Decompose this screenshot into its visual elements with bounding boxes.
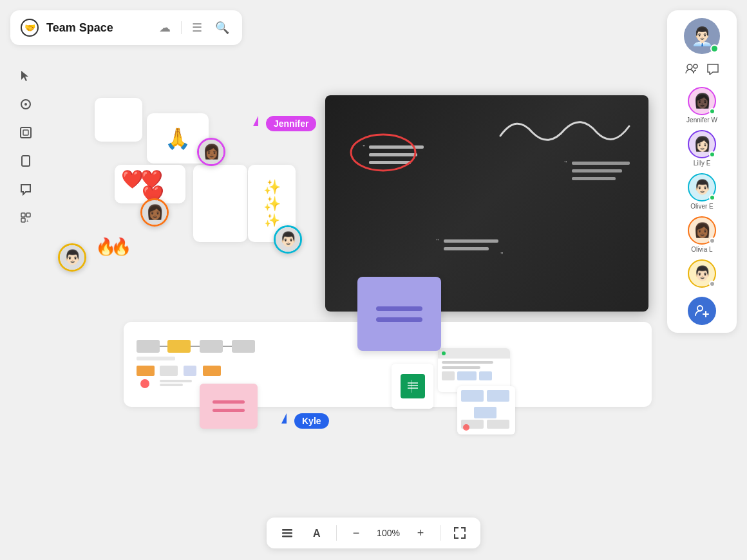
avatar-item-oliver[interactable]: 👨🏻 Oliver E <box>672 173 732 210</box>
svg-rect-41 <box>408 387 418 389</box>
panel-icons-row <box>685 63 719 78</box>
expand-button[interactable] <box>449 523 470 543</box>
comment-tool[interactable] <box>14 178 37 201</box>
sticky-purple-line-2 <box>376 317 422 322</box>
sticky-pink <box>200 384 258 429</box>
frame-line-1 <box>442 361 493 364</box>
diagram-svg <box>461 390 511 431</box>
last-avatar-wrapper: 👨🏻 <box>688 259 716 288</box>
sheets-icon <box>401 374 425 398</box>
svg-rect-56 <box>282 536 292 537</box>
add-member-button[interactable] <box>688 297 716 325</box>
svg-rect-21 <box>572 169 622 173</box>
kyle-cursor-label: Kyle <box>294 413 329 429</box>
team-icon[interactable] <box>685 63 699 78</box>
svg-rect-39 <box>408 382 418 384</box>
svg-rect-26 <box>232 340 255 353</box>
avatar-face-oliver: 👨🏻 <box>276 227 300 252</box>
zoom-level: 100% <box>375 528 401 538</box>
svg-rect-8 <box>21 218 25 222</box>
lilly-online-dot <box>709 151 715 158</box>
svg-rect-44 <box>487 390 509 402</box>
svg-rect-20 <box>572 162 630 165</box>
lilly-avatar-wrapper: 👩🏻 <box>688 130 716 158</box>
flow-diagram-svg <box>135 333 261 388</box>
zoom-out-button[interactable]: − <box>346 523 366 543</box>
main-user-avatar-container: 👨🏻‍💼 <box>684 18 720 54</box>
last-offline-dot <box>709 281 715 287</box>
cloud-icon[interactable]: ☁ <box>156 18 173 37</box>
svg-rect-16 <box>444 239 498 243</box>
add-tool[interactable]: + <box>14 206 37 229</box>
chalk-lines-2: " " <box>435 234 509 266</box>
svg-rect-7 <box>26 213 30 217</box>
chalk-lines-3: " <box>563 156 637 189</box>
chalk-squiggle <box>494 107 636 149</box>
svg-text:": " <box>500 250 504 258</box>
svg-point-14 <box>351 135 415 171</box>
sparkle-icon-3: ✨ <box>264 212 280 228</box>
canvas-area[interactable]: 🙏 👩🏾 ❤️ ❤️ ❤️ 🔥 🔥 👨🏻 👩🏾 👨🏻 ✨ ✨ ✨ " <box>0 0 663 560</box>
sticky-pink-line-1 <box>213 400 245 404</box>
zoom-in-button[interactable]: + <box>410 523 431 543</box>
text-button[interactable]: A <box>307 523 327 543</box>
svg-rect-5 <box>22 156 30 166</box>
svg-marker-0 <box>21 71 28 81</box>
olivia-avatar-wrapper: 👩🏾 <box>688 216 716 245</box>
minus-icon: − <box>353 527 360 540</box>
avatar-face-kyle: 👨🏻 <box>60 245 84 270</box>
svg-rect-34 <box>137 357 175 360</box>
chat-icon[interactable] <box>706 63 719 78</box>
frame-mini-box-3 <box>479 371 492 380</box>
jennifer-avatar-wrapper: 👩🏿 <box>688 87 716 115</box>
frame-header <box>438 348 510 359</box>
avatar-item-jennifer[interactable]: 👩🏿 Jennifer W <box>672 87 732 124</box>
reaction-fire-2: 🔥 <box>111 237 131 257</box>
topbar: 🤝 Team Space ☁ ☰ 🔍 <box>10 10 242 45</box>
frame-mini-elements <box>442 371 506 380</box>
frame-tool[interactable] <box>14 121 37 144</box>
cursor-tool[interactable] <box>14 64 37 88</box>
sparkle-icon-2: ✨ <box>263 196 281 212</box>
avatar-item-olivia[interactable]: 👩🏾 Olivia L <box>672 216 732 253</box>
diagram-card <box>457 386 515 434</box>
canvas-avatar-oliver: 👨🏻 <box>274 225 302 254</box>
page-tool[interactable] <box>14 149 37 173</box>
topbar-divider <box>181 21 182 34</box>
frame-line-2 <box>442 366 480 369</box>
chalk-circle <box>348 131 418 174</box>
blank-card-1 <box>193 165 247 242</box>
sheets-svg <box>405 378 421 394</box>
flow-diagram <box>135 333 261 388</box>
svg-point-48 <box>463 424 469 431</box>
sticky-purple <box>357 277 441 351</box>
jennifer-cursor-label: Jennifer <box>266 116 316 131</box>
avatar-item-last[interactable]: 👨🏻 <box>672 259 732 288</box>
sparkle-icon-1: ✨ <box>263 179 281 196</box>
search-icon[interactable]: 🔍 <box>213 18 232 37</box>
app-title: Team Space <box>46 21 149 35</box>
olivia-offline-dot <box>709 238 715 244</box>
select-tool[interactable] <box>14 93 37 116</box>
svg-point-51 <box>697 306 703 311</box>
bottom-toolbar: A − 100% + <box>267 518 480 548</box>
jennifer-online-dot <box>709 108 715 115</box>
oliver-online-dot <box>709 194 715 201</box>
sticky-pink-line-2 <box>213 409 245 412</box>
canvas-avatar-olivia: 👩🏾 <box>140 198 169 227</box>
list-view-button[interactable] <box>277 523 298 543</box>
list-icon <box>281 527 294 539</box>
menu-icon[interactable]: ☰ <box>189 18 205 37</box>
jennifer-name: Jennifer W <box>686 117 717 124</box>
avatar-item-lilly[interactable]: 👩🏻 Lilly E <box>672 130 732 167</box>
jennifer-cursor-triangle <box>253 116 258 126</box>
svg-rect-43 <box>461 390 484 402</box>
svg-rect-31 <box>160 366 178 376</box>
avatar-face-olivia: 👩🏾 <box>142 200 167 225</box>
svg-text:A: A <box>313 528 321 539</box>
lilly-name: Lilly E <box>694 160 711 167</box>
oliver-name: Oliver E <box>690 203 714 210</box>
svg-rect-6 <box>21 213 25 217</box>
svg-rect-33 <box>203 366 221 376</box>
kyle-cursor: Kyle <box>281 412 329 429</box>
